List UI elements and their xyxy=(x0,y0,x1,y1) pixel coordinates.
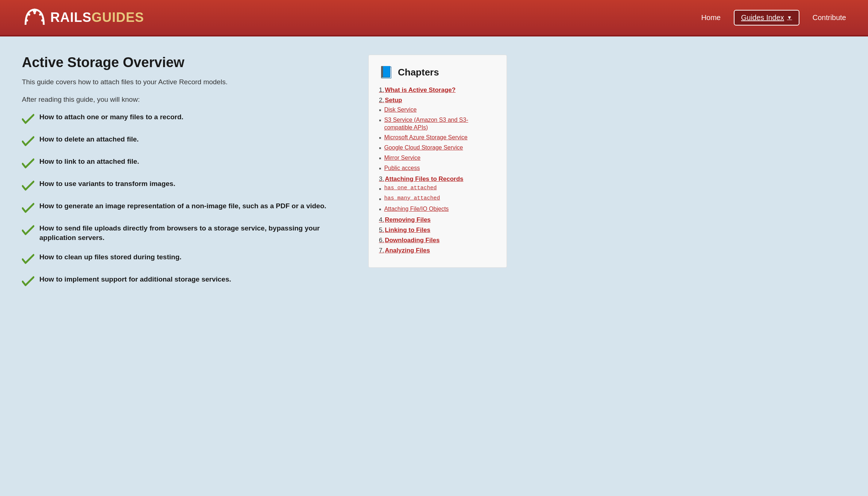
svg-point-3 xyxy=(28,13,30,16)
logo-rails-text: RAILS xyxy=(50,10,92,25)
bullet-icon: ▪ xyxy=(379,117,381,124)
bullet-icon: ▪ xyxy=(379,144,381,152)
checklist-item: How to send file uploads directly from b… xyxy=(22,224,350,243)
checkmark-icon xyxy=(22,224,34,236)
sub-chapter-item: ▪S3 Service (Amazon S3 and S3-compatible… xyxy=(379,116,496,132)
chapters-title: Chapters xyxy=(398,67,439,78)
checklist-item: How to link to an attached file. xyxy=(22,157,350,170)
chapter-item: 6.Downloading Files xyxy=(379,237,496,244)
checkmark-icon xyxy=(22,113,34,125)
sub-chapter-item: ▪Attaching File/IO Objects xyxy=(379,205,496,213)
sub-chapter-link[interactable]: Disk Service xyxy=(384,106,416,114)
checkmark-icon xyxy=(22,275,34,287)
page-title: Active Storage Overview xyxy=(22,55,350,70)
sub-chapter-item: ▪Microsoft Azure Storage Service xyxy=(379,134,496,142)
checklist-item: How to clean up files stored during test… xyxy=(22,252,350,265)
sub-chapter-item: ▪Disk Service xyxy=(379,106,496,114)
checklist: How to attach one or many files to a rec… xyxy=(22,112,350,287)
sub-chapter-link[interactable]: Google Cloud Storage Service xyxy=(384,144,463,152)
sub-chapter-item: ▪has_many_attached xyxy=(379,195,496,203)
sub-chapter-link[interactable]: has_one_attached xyxy=(384,185,437,191)
checklist-item: How to delete an attached file. xyxy=(22,135,350,147)
main-content: Active Storage Overview This guide cover… xyxy=(0,36,868,326)
sub-chapter-link[interactable]: Mirror Service xyxy=(384,154,421,162)
bullet-icon: ▪ xyxy=(379,155,381,162)
chapter-item: 7.Analyzing Files xyxy=(379,247,496,254)
chapter-item: 5.Linking to Files xyxy=(379,226,496,234)
main-nav: Home Guides Index ▼ Contribute xyxy=(701,10,846,26)
sub-chapter-link[interactable]: has_many_attached xyxy=(384,195,440,201)
chapters-header: 📘 Chapters xyxy=(379,65,496,79)
page-intro: After reading this guide, you will know: xyxy=(22,96,350,104)
chapter-link[interactable]: 5.Linking to Files xyxy=(379,226,430,233)
bullet-icon: ▪ xyxy=(379,206,381,213)
bullet-icon: ▪ xyxy=(379,134,381,142)
chapter-link[interactable]: 6.Downloading Files xyxy=(379,237,439,244)
checkmark-icon xyxy=(22,179,34,192)
dropdown-arrow-icon: ▼ xyxy=(787,15,792,20)
sub-chapter-link[interactable]: Microsoft Azure Storage Service xyxy=(384,134,468,142)
contribute-link[interactable]: Contribute xyxy=(813,13,846,22)
checklist-item: How to attach one or many files to a rec… xyxy=(22,112,350,125)
page-subtitle: This guide covers how to attach files to… xyxy=(22,77,350,88)
checkmark-icon xyxy=(22,253,34,265)
logo[interactable]: RAILSGUIDES xyxy=(22,7,144,28)
checkmark-icon xyxy=(22,135,34,147)
rails-logo-icon xyxy=(22,7,47,28)
home-link[interactable]: Home xyxy=(701,13,721,22)
checkmark-icon xyxy=(22,157,34,170)
chapter-link[interactable]: 7.Analyzing Files xyxy=(379,247,430,254)
chapter-link[interactable]: 2.Setup xyxy=(379,97,402,104)
bullet-icon: ▪ xyxy=(379,165,381,173)
chapter-item: 1.What is Active Storage? xyxy=(379,86,496,94)
site-header: RAILSGUIDES Home Guides Index ▼ Contribu… xyxy=(0,0,868,36)
chapter-link[interactable]: 1.What is Active Storage? xyxy=(379,86,456,93)
checklist-item: How to generate an image representation … xyxy=(22,201,350,214)
chapter-item: 3.Attaching Files to Records▪has_one_att… xyxy=(379,175,496,213)
checklist-item: How to implement support for additional … xyxy=(22,275,350,287)
sub-chapter-item: ▪has_one_attached xyxy=(379,185,496,193)
chapter-item: 4.Removing Files xyxy=(379,216,496,224)
bullet-icon: ▪ xyxy=(379,185,381,193)
chapter-link[interactable]: 3.Attaching Files to Records xyxy=(379,175,464,182)
svg-point-2 xyxy=(41,19,43,22)
sub-chapter-link[interactable]: S3 Service (Amazon S3 and S3-compatible … xyxy=(384,116,496,132)
chapters-list: 1.What is Active Storage?2.Setup▪Disk Se… xyxy=(379,86,496,254)
chapters-sidebar: 📘 Chapters 1.What is Active Storage?2.Se… xyxy=(368,55,507,268)
book-icon: 📘 xyxy=(379,65,394,79)
guides-index-link[interactable]: Guides Index ▼ xyxy=(734,10,799,26)
checklist-item: How to use variants to transform images. xyxy=(22,179,350,192)
sub-chapter-link[interactable]: Public access xyxy=(384,164,420,172)
bullet-icon: ▪ xyxy=(379,195,381,203)
sub-chapter-item: ▪Public access xyxy=(379,164,496,173)
sub-chapter-item: ▪Mirror Service xyxy=(379,154,496,162)
article-content: Active Storage Overview This guide cover… xyxy=(22,55,350,297)
chapter-item: 2.Setup▪Disk Service▪S3 Service (Amazon … xyxy=(379,97,496,173)
sub-chapter-item: ▪Google Cloud Storage Service xyxy=(379,144,496,152)
svg-point-5 xyxy=(34,12,36,14)
logo-guides-text: GUIDES xyxy=(92,10,144,25)
chapter-link[interactable]: 4.Removing Files xyxy=(379,216,431,223)
svg-point-1 xyxy=(26,19,28,22)
checkmark-icon xyxy=(22,202,34,214)
sub-chapter-link[interactable]: Attaching File/IO Objects xyxy=(384,205,449,213)
bullet-icon: ▪ xyxy=(379,106,381,114)
svg-point-4 xyxy=(39,13,41,16)
